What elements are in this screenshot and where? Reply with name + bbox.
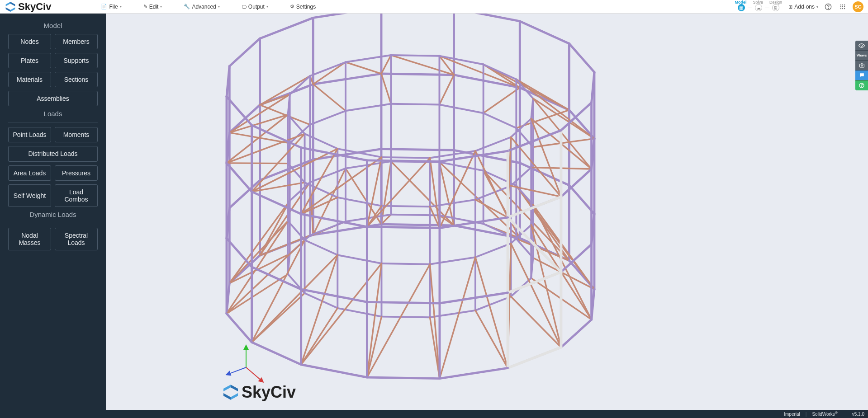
svg-line-152 bbox=[227, 221, 288, 314]
footer-version: v5.1.0 bbox=[852, 412, 864, 417]
sidebar-btn-moments[interactable]: Moments bbox=[55, 127, 98, 142]
svg-line-267 bbox=[440, 368, 508, 378]
sidebar-btn-nodes[interactable]: Nodes bbox=[8, 34, 51, 49]
sidebar-btn-load-combos[interactable]: Load Combos bbox=[55, 184, 98, 207]
sidebar-btn-distributed-loads[interactable]: Distributed Loads bbox=[8, 146, 98, 161]
app-logo: SkyCiv bbox=[5, 1, 51, 13]
main-menu: 📄 File ▾ ✎ Edit ▾ 🔧 Advanced ▾ 🖵 Output … bbox=[101, 4, 316, 10]
footer-separator: | bbox=[806, 412, 807, 417]
help-tool[interactable] bbox=[855, 80, 868, 90]
svg-line-153 bbox=[227, 115, 288, 163]
pencil-icon: ✎ bbox=[143, 4, 147, 9]
svg-line-212 bbox=[430, 310, 475, 317]
menu-settings[interactable]: ⚙ Settings bbox=[290, 4, 316, 10]
status-bar: Imperial | SolidWorks® v5.1.0 bbox=[0, 410, 868, 418]
chevron-down-icon: ▾ bbox=[816, 5, 818, 9]
svg-line-71 bbox=[439, 104, 483, 113]
menu-file[interactable]: 📄 File ▾ bbox=[101, 4, 121, 10]
menu-addons[interactable]: ⊞ Add-ons ▾ bbox=[788, 4, 818, 10]
svg-line-220 bbox=[381, 263, 430, 264]
svg-point-279 bbox=[861, 65, 862, 66]
svg-line-219 bbox=[381, 317, 430, 318]
sidebar-section-model-title: Model bbox=[4, 22, 102, 29]
sidebar-btn-area-loads[interactable]: Area Loads bbox=[8, 165, 51, 181]
svg-line-266 bbox=[301, 148, 367, 160]
svg-line-67 bbox=[346, 104, 391, 111]
svg-line-90 bbox=[484, 64, 517, 79]
chevron-down-icon: ▾ bbox=[266, 5, 268, 9]
svg-line-58 bbox=[391, 215, 439, 216]
svg-line-257 bbox=[430, 264, 439, 379]
help-button[interactable] bbox=[824, 2, 833, 11]
sidebar-btn-assemblies[interactable]: Assemblies bbox=[8, 91, 98, 106]
menu-advanced[interactable]: 🔧 Advanced ▾ bbox=[184, 4, 219, 10]
logo-icon bbox=[222, 383, 240, 401]
svg-line-284 bbox=[228, 367, 246, 374]
sidebar-btn-plates[interactable]: Plates bbox=[8, 53, 51, 68]
visibility-tool[interactable] bbox=[855, 41, 868, 51]
viewport-3d[interactable]: Views bbox=[106, 14, 868, 410]
sidebar-btn-nodal-masses[interactable]: Nodal Masses bbox=[8, 228, 51, 250]
svg-line-230 bbox=[301, 255, 338, 365]
svg-line-188 bbox=[305, 240, 338, 255]
footer-units[interactable]: Imperial bbox=[784, 412, 800, 417]
svg-line-228 bbox=[301, 308, 338, 365]
sidebar-btn-spectral-loads[interactable]: Spectral Loads bbox=[55, 228, 98, 250]
logo-icon bbox=[5, 1, 16, 13]
svg-point-7 bbox=[844, 6, 845, 7]
svg-line-56 bbox=[520, 21, 569, 43]
svg-point-3 bbox=[842, 5, 843, 5]
menu-edit[interactable]: ✎ Edit ▾ bbox=[143, 4, 162, 10]
svg-line-246 bbox=[440, 257, 475, 378]
svg-line-13 bbox=[381, 149, 454, 150]
svg-line-179 bbox=[561, 319, 591, 347]
svg-line-225 bbox=[252, 267, 301, 289]
svg-point-8 bbox=[840, 8, 841, 9]
svg-line-50 bbox=[484, 88, 520, 113]
sidebar-section-dynamic-title: Dynamic Loads bbox=[4, 211, 102, 218]
menu-output[interactable]: 🖵 Output ▾ bbox=[242, 4, 268, 10]
mode-icon-solve[interactable]: ☁ bbox=[755, 4, 762, 11]
chevron-down-icon: ▾ bbox=[120, 5, 122, 9]
mode-connector bbox=[765, 8, 769, 8]
svg-point-1 bbox=[828, 8, 828, 9]
svg-line-112 bbox=[516, 80, 594, 139]
svg-line-85 bbox=[310, 111, 346, 125]
svg-line-19 bbox=[313, 74, 381, 84]
svg-line-222 bbox=[381, 157, 430, 158]
svg-line-251 bbox=[367, 263, 381, 377]
svg-line-27 bbox=[381, 74, 391, 104]
svg-point-10 bbox=[844, 8, 845, 9]
svg-line-68 bbox=[346, 55, 391, 62]
sidebar-btn-supports[interactable]: Supports bbox=[55, 53, 98, 68]
svg-line-29 bbox=[381, 55, 391, 74]
user-avatar[interactable]: SC bbox=[853, 1, 863, 12]
mode-icon-model[interactable]: ▦ bbox=[738, 4, 745, 11]
svg-line-272 bbox=[367, 377, 440, 379]
svg-line-275 bbox=[367, 160, 440, 162]
views-tool[interactable]: Views bbox=[855, 51, 868, 61]
sidebar-section-loads-title: Loads bbox=[4, 110, 102, 117]
mode-icon-design[interactable]: 🗎 bbox=[772, 4, 779, 11]
svg-line-235 bbox=[475, 151, 508, 217]
svg-line-191 bbox=[475, 296, 511, 310]
wrench-icon: 🔧 bbox=[184, 4, 190, 9]
sidebar-btn-point-loads[interactable]: Point Loads bbox=[8, 127, 51, 142]
camera-tool[interactable] bbox=[855, 61, 868, 70]
footer-solver[interactable]: SolidWorks® bbox=[812, 411, 837, 417]
sidebar-btn-pressures[interactable]: Pressures bbox=[55, 165, 98, 181]
svg-line-12 bbox=[381, 224, 454, 225]
watermark-text: SkyCiv bbox=[242, 383, 296, 402]
svg-line-283 bbox=[246, 367, 262, 381]
svg-point-2 bbox=[840, 5, 841, 5]
apps-grid-button[interactable] bbox=[838, 2, 847, 11]
sidebar-btn-materials[interactable]: Materials bbox=[8, 72, 51, 87]
info-tool[interactable] bbox=[855, 70, 868, 80]
sidebar-btn-sections[interactable]: Sections bbox=[55, 72, 98, 87]
svg-point-277 bbox=[861, 45, 863, 47]
svg-line-20 bbox=[313, 14, 381, 18]
svg-line-273 bbox=[367, 302, 440, 303]
sidebar-btn-members[interactable]: Members bbox=[55, 34, 98, 49]
svg-point-4 bbox=[844, 5, 845, 5]
sidebar-btn-self-weight[interactable]: Self Weight bbox=[8, 184, 51, 207]
